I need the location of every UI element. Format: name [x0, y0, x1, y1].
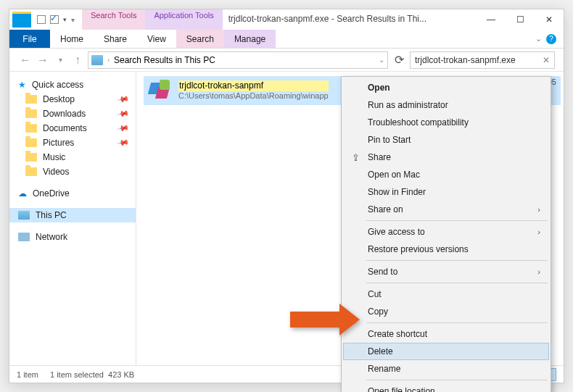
application-icon — [149, 80, 171, 101]
sidebar-item-music[interactable]: Music — [9, 150, 136, 164]
close-button[interactable]: ✕ — [535, 9, 564, 30]
sidebar-item-downloads[interactable]: Downloads📌 — [9, 107, 136, 121]
sidebar-item-documents[interactable]: Documents📌 — [9, 121, 136, 135]
qat-checkbox-2[interactable] — [50, 15, 59, 24]
folder-icon — [25, 124, 37, 133]
sidebar-item-desktop[interactable]: Desktop📌 — [9, 92, 136, 107]
cm-pin-to-start[interactable]: Pin to Start — [343, 131, 549, 149]
star-icon: ★ — [18, 80, 26, 90]
qat-checkbox-1[interactable] — [37, 15, 46, 24]
breadcrumb-sep-icon: › — [107, 57, 110, 64]
pc-icon — [18, 211, 30, 220]
qat-dropdown-icon[interactable]: ▾ — [63, 16, 67, 23]
recent-dropdown[interactable]: ▾ — [53, 53, 67, 67]
tab-manage[interactable]: Manage — [224, 30, 276, 48]
pin-icon: 📌 — [117, 136, 131, 150]
chevron-right-icon: › — [537, 228, 540, 236]
back-button[interactable]: ← — [18, 53, 33, 67]
title-bar: ▾ ▾ Search Tools Application Tools trjdl… — [9, 9, 564, 30]
cm-create-shortcut[interactable]: Create shortcut — [343, 325, 549, 343]
cm-cut[interactable]: Cut — [343, 285, 549, 303]
pc-icon — [91, 55, 103, 65]
sidebar-network[interactable]: Network — [9, 230, 136, 244]
annotation-arrow — [290, 312, 341, 328]
file-path: C:\Users\tomas\AppData\Roaming\winapp — [178, 91, 329, 101]
cm-open[interactable]: Open — [343, 79, 549, 96]
cm-rename[interactable]: Rename — [343, 360, 549, 378]
cm-open-on-mac[interactable]: Open on Mac — [343, 166, 549, 183]
network-icon — [18, 233, 30, 241]
forward-button[interactable]: → — [36, 53, 50, 67]
cm-separator — [366, 380, 548, 380]
cm-copy[interactable]: Copy — [343, 303, 549, 320]
cm-restore-versions[interactable]: Restore previous versions — [343, 241, 549, 258]
refresh-button[interactable]: ⟳ — [391, 53, 407, 67]
cm-delete[interactable]: Delete — [343, 343, 549, 360]
tab-share[interactable]: Share — [94, 30, 137, 48]
status-selected: 1 item selected 423 KB — [50, 370, 134, 379]
address-dropdown-icon[interactable]: ⌄ — [379, 56, 384, 64]
context-tab-application-tools: Application Tools — [145, 9, 222, 30]
qat-overflow[interactable]: ▾ — [71, 16, 75, 24]
folder-icon — [25, 167, 37, 176]
folder-icon — [25, 109, 37, 118]
tab-view[interactable]: View — [137, 30, 176, 48]
cm-show-in-finder[interactable]: Show in Finder — [343, 183, 549, 201]
pin-icon: 📌 — [117, 122, 131, 135]
pin-icon: 📌 — [117, 107, 131, 121]
cm-troubleshoot[interactable]: Troubleshoot compatibility — [343, 114, 549, 131]
sidebar-this-pc[interactable]: This PC — [9, 208, 136, 222]
cm-separator — [366, 260, 548, 261]
sidebar-item-pictures[interactable]: Pictures📌 — [9, 135, 136, 150]
pin-icon: 📌 — [117, 93, 131, 107]
cm-give-access-to[interactable]: Give access to› — [343, 223, 549, 241]
tab-file[interactable]: File — [9, 30, 50, 48]
address-input[interactable]: › Search Results in This PC ⌄ — [88, 51, 388, 69]
maximize-button[interactable]: ☐ — [506, 9, 535, 30]
onedrive-icon: ☁ — [18, 188, 27, 199]
navigation-pane: ★ Quick access Desktop📌 Downloads📌 Docum… — [9, 72, 136, 365]
sidebar-quick-access[interactable]: ★ Quick access — [9, 78, 136, 92]
clear-search-icon[interactable]: ✕ — [543, 55, 550, 65]
chevron-right-icon: › — [537, 267, 540, 276]
help-icon[interactable]: ? — [546, 34, 556, 44]
app-icon — [12, 12, 31, 28]
sidebar-item-videos[interactable]: Videos — [9, 164, 136, 179]
cm-run-as-admin[interactable]: Run as administrator — [343, 96, 549, 114]
up-button[interactable]: ↑ — [70, 53, 85, 67]
folder-icon — [25, 138, 37, 147]
cm-separator — [366, 322, 548, 323]
chevron-right-icon: › — [537, 205, 540, 214]
cm-open-file-location[interactable]: Open file location — [343, 383, 549, 392]
file-name: trjdlcot-trokan-sanpmf — [178, 80, 329, 91]
cm-share[interactable]: ⇪Share — [343, 149, 549, 166]
context-menu: Open Run as administrator Troubleshoot c… — [341, 76, 551, 392]
tab-search[interactable]: Search — [176, 30, 224, 48]
search-input[interactable]: trjdlcot-trokan-sanpmf.exe ✕ — [410, 51, 555, 69]
tab-home[interactable]: Home — [50, 30, 94, 48]
sidebar-onedrive[interactable]: ☁OneDrive — [9, 186, 136, 201]
breadcrumb[interactable]: Search Results in This PC — [114, 55, 215, 65]
minimize-button[interactable]: — — [477, 9, 506, 30]
cm-send-to[interactable]: Send to› — [343, 263, 549, 280]
ribbon-tabs: File Home Share View Search Manage ⌄ ? — [9, 30, 564, 49]
folder-icon — [25, 95, 37, 104]
cm-share-on[interactable]: Share on› — [343, 201, 549, 218]
cm-separator — [366, 283, 548, 283]
window-title: trjdlcot-trokan-sanpmf.exe - Search Resu… — [223, 9, 477, 30]
context-tab-search-tools: Search Tools — [82, 9, 145, 30]
ribbon-expand-icon[interactable]: ⌄ — [535, 34, 542, 43]
address-bar: ← → ▾ ↑ › Search Results in This PC ⌄ ⟳ … — [9, 49, 564, 72]
cm-separator — [366, 220, 548, 221]
folder-icon — [25, 153, 37, 162]
status-item-count: 1 item — [17, 370, 38, 379]
share-icon: ⇪ — [349, 152, 362, 163]
